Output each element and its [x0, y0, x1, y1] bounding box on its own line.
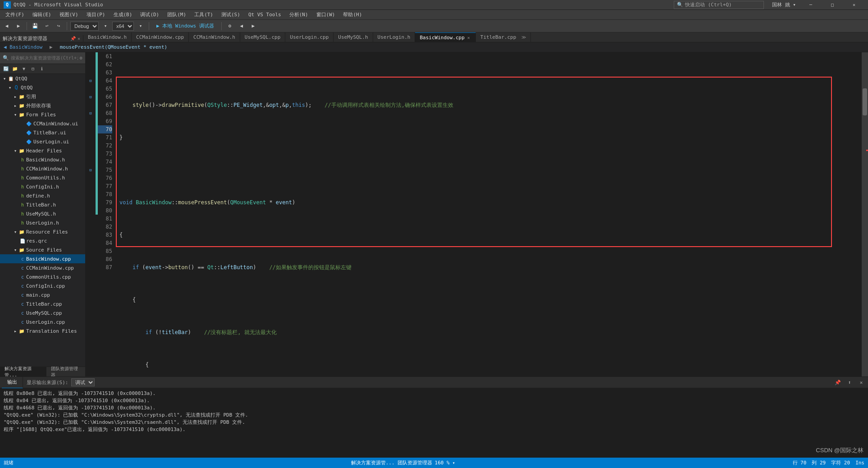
config-dropdown[interactable]: ▾	[101, 21, 110, 31]
tab-ccmainwindow-h[interactable]: CCMainWindow.h	[189, 32, 240, 42]
code-container[interactable]: ⊟ ⊟ ⊟ ⊟	[86, 52, 868, 376]
configini-h-label: ConfigIni.h	[26, 184, 85, 190]
tree-titlebar-h[interactable]: h TitleBar.h	[0, 200, 85, 209]
fold-indicator-64[interactable]: ⊟	[86, 77, 96, 85]
status-bottom-label[interactable]: 解决方案资源管...	[351, 459, 395, 466]
menu-window[interactable]: 窗口(W)	[313, 10, 339, 20]
tree-project[interactable]: Q QtQQ	[0, 83, 85, 92]
tab-basicwindow-cpp[interactable]: BasicWindow.cpp ✕	[415, 32, 475, 42]
tab-close-icon[interactable]: ✕	[466, 35, 471, 41]
search-options-icon[interactable]: ⚙	[80, 55, 82, 60]
menu-project[interactable]: 项目(P)	[83, 10, 109, 20]
search-input[interactable]	[11, 55, 78, 60]
status-zoom-val[interactable]: 160 %	[435, 460, 450, 466]
tree-titlebar-cpp[interactable]: c TitleBar.cpp	[0, 299, 85, 308]
show-files-btn[interactable]: 📁	[11, 65, 19, 73]
code-editor[interactable]: style()->drawPrimitive(QStyle::PE_Widget…	[116, 52, 862, 376]
tree-source-files[interactable]: 📁 Source Files	[0, 245, 85, 254]
menu-qt[interactable]: Qt VS Tools	[245, 10, 285, 20]
platform-dropdown[interactable]: ▾	[136, 21, 146, 31]
solution-explorer-tab[interactable]: 解决方案资源管...	[0, 367, 46, 377]
status-team[interactable]: 团队资源管理器	[397, 459, 432, 466]
sidebar-close[interactable]: ✕	[78, 36, 80, 41]
toolbar-extra1[interactable]: ⚙	[225, 21, 235, 31]
sync-btn[interactable]: 🔄	[2, 65, 10, 73]
tree-res-qrc[interactable]: 📄 res.qrc	[0, 236, 85, 245]
menu-team[interactable]: 团队(M)	[164, 10, 190, 20]
tree-references[interactable]: 📁 引用	[0, 92, 85, 101]
tree-ccmainwindow-h[interactable]: h CCMainWindow.h	[0, 164, 85, 173]
tree-userlogin-h[interactable]: h UserLogin.h	[0, 218, 85, 227]
filter-btn[interactable]: ▼	[20, 65, 28, 73]
tree-ccmainwindow-ui[interactable]: 🔷 CCMainWindow.ui	[0, 119, 85, 128]
fold-indicator-61[interactable]	[86, 52, 96, 60]
menu-view[interactable]: 视图(V)	[56, 10, 82, 20]
props-btn[interactable]: ℹ	[38, 65, 46, 73]
menu-debug[interactable]: 调试(D)	[137, 10, 163, 20]
vertical-scrollbar[interactable]	[862, 52, 868, 376]
menu-edit[interactable]: 编辑(E)	[29, 10, 55, 20]
platform-select[interactable]: x64	[112, 22, 134, 31]
run-button[interactable]: ▶ 本地 Windows 调试器	[152, 21, 218, 31]
toolbar-extra3[interactable]: ▶	[248, 21, 258, 31]
forward-button[interactable]: ▶	[14, 21, 23, 31]
maximize-button[interactable]: □	[822, 0, 843, 10]
tab-userlogin-cpp[interactable]: UserLogin.cpp	[285, 32, 333, 42]
redo-button[interactable]: ↪	[54, 21, 64, 31]
tree-form-files[interactable]: 📁 Form Files	[0, 110, 85, 119]
menu-tools[interactable]: 工具(T)	[191, 10, 217, 20]
tree-userlogin-ui[interactable]: 🔷 UserLogin.ui	[0, 137, 85, 146]
fold-indicator-68[interactable]: ⊟	[86, 109, 96, 117]
tab-usemysql-h[interactable]: UseMySQL.h	[333, 32, 373, 42]
sidebar-pin[interactable]: 📌	[70, 36, 76, 41]
menu-build[interactable]: 生成(B)	[110, 10, 136, 20]
tree-titlebar-ui[interactable]: 🔷 TitleBar.ui	[0, 128, 85, 137]
tab-overflow[interactable]: ≫	[521, 35, 526, 40]
output-tab[interactable]: 输出	[2, 377, 23, 388]
output-move-btn[interactable]: ⬆	[845, 377, 854, 387]
tree-configini-h[interactable]: h ConfigIni.h	[0, 182, 85, 191]
output-close-btn[interactable]: ✕	[856, 377, 866, 387]
scrollbar-thumb[interactable]	[863, 88, 867, 115]
tree-usemysql-cpp[interactable]: c UseMySQL.cpp	[0, 308, 85, 317]
toolbar-extra2[interactable]: ◀	[237, 21, 247, 31]
output-pin-btn[interactable]: 📌	[833, 377, 843, 387]
fold-indicator-66[interactable]: ⊟	[86, 93, 96, 101]
collapse-btn[interactable]: ⊟	[29, 65, 37, 73]
tab-basicwindow-h[interactable]: BasicWindow.h	[83, 32, 132, 42]
tree-external-deps[interactable]: 📁 外部依存项	[0, 101, 85, 110]
h-icon1: h	[20, 156, 25, 163]
tab-userlogin-h[interactable]: UserLogin.h	[373, 32, 416, 42]
tree-header-files[interactable]: 📁 Header Files	[0, 146, 85, 155]
minimize-button[interactable]: ─	[800, 0, 821, 10]
tree-solution[interactable]: 📋 QtQQ	[0, 74, 85, 83]
back-button[interactable]: ◀	[2, 21, 12, 31]
status-zoom-expand[interactable]: ▾	[452, 460, 455, 465]
undo-button[interactable]: ↩	[42, 21, 52, 31]
team-explorer-tab[interactable]: 团队资源管理器	[46, 367, 85, 377]
tree-commonutils-cpp[interactable]: c CommonUtils.cpp	[0, 272, 85, 281]
tab-titlebar-cpp[interactable]: TitleBar.cpp ≫	[476, 32, 531, 42]
tree-ccmainwindow-cpp[interactable]: c CCMainWindow.cpp	[0, 263, 85, 272]
tree-define-h[interactable]: h define.h	[0, 191, 85, 200]
tab-ccmainwindow-cpp[interactable]: CCMainWindow.cpp	[132, 32, 189, 42]
tree-main-cpp[interactable]: c main.cpp	[0, 290, 85, 299]
tree-basicwindow-cpp[interactable]: c BasicWindow.cpp	[0, 254, 85, 263]
menu-help[interactable]: 帮助(H)	[339, 10, 365, 20]
menu-file[interactable]: 文件(F)	[2, 10, 28, 20]
menu-analyze[interactable]: 分析(N)	[286, 10, 312, 20]
tree-resource-files[interactable]: 📁 Resource Files	[0, 227, 85, 236]
fold-indicator-75[interactable]: ⊟	[86, 166, 96, 174]
save-button[interactable]: 💾	[30, 21, 40, 31]
tree-configini-cpp[interactable]: c ConfigIni.cpp	[0, 281, 85, 290]
close-button[interactable]: ✕	[844, 0, 864, 10]
tree-usemysql-h[interactable]: h UseMySQL.h	[0, 209, 85, 218]
config-select[interactable]: Debug	[70, 22, 99, 31]
tree-basicwindow-h[interactable]: h BasicWindow.h	[0, 155, 85, 164]
menu-test[interactable]: 测试(S)	[218, 10, 244, 20]
output-source-select[interactable]: 调试	[71, 378, 95, 386]
tree-translation-files[interactable]: 📁 Translation Files	[0, 326, 85, 335]
tree-commonutils-h[interactable]: h CommonUtils.h	[0, 173, 85, 182]
tree-userlogin-cpp[interactable]: c UserLogin.cpp	[0, 317, 85, 326]
tab-usemysql-cpp[interactable]: UseMySQL.cpp	[240, 32, 285, 42]
